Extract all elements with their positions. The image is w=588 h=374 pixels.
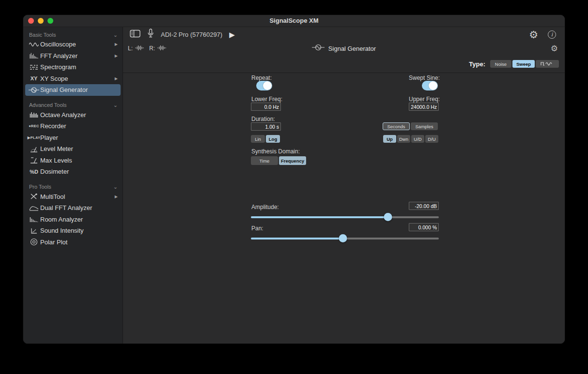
device-label[interactable]: ADI-2 Pro (57760297) — [161, 31, 222, 38]
dual-fft-analyzer-icon — [28, 205, 40, 211]
sound-intensity-icon — [28, 227, 40, 234]
settings-gears-icon[interactable]: ⚙ — [529, 30, 538, 40]
right-channel-signal-icon[interactable] — [157, 44, 167, 53]
oscilloscope-icon — [28, 41, 40, 48]
sweep-scale-segmented: Lin Log — [251, 135, 280, 143]
repeat-label: Repeat: — [251, 75, 272, 81]
sidebar-item-level-meter[interactable]: Level Meter — [25, 143, 121, 155]
signal-generator-icon — [312, 44, 325, 53]
scale-lin-button[interactable]: Lin — [251, 135, 265, 143]
duration-unit-segmented: Seconds Samples — [383, 122, 438, 130]
expand-arrow-icon[interactable]: ▶ — [115, 54, 118, 58]
direction-downup-button[interactable]: D/U — [425, 135, 438, 143]
signal-generator-panel: Repeat: Swept Sine: Lower Freq: Upper Fr… — [123, 73, 565, 344]
unit-seconds-button[interactable]: Seconds — [383, 122, 410, 130]
sidebar-item-spectrogram[interactable]: Spectrogram — [25, 61, 121, 73]
sidebar-item-max-levels[interactable]: Max Levels — [25, 155, 121, 166]
pan-slider[interactable] — [251, 234, 439, 242]
duration-field[interactable] — [251, 122, 281, 131]
start-button[interactable]: ▶ — [229, 31, 235, 38]
max-levels-icon — [28, 157, 40, 164]
direction-down-button[interactable]: Dwn — [397, 135, 410, 143]
sidebar: Basic Tools ⌄ Oscilloscope ▶ FFT Analyze… — [23, 27, 123, 344]
lower-freq-field[interactable] — [251, 103, 281, 111]
sidebar-item-label: MultiTool — [40, 193, 113, 200]
synthesis-time-button[interactable]: Time — [251, 156, 278, 165]
main-area: ADI-2 Pro (57760297) ▶ ⚙ i L: — [123, 27, 565, 344]
sidebar-item-label: Player — [40, 134, 118, 141]
info-icon[interactable]: i — [548, 30, 556, 39]
left-channel-signal-icon[interactable] — [135, 44, 144, 53]
expand-arrow-icon[interactable]: ▶ — [115, 76, 118, 81]
type-noise-button[interactable]: Noise — [490, 60, 511, 68]
sidebar-item-label: Dosimeter — [40, 168, 118, 175]
sidebar-section-pro-tools[interactable]: Pro Tools ⌄ — [23, 183, 123, 191]
sidebar-item-dosimeter[interactable]: %D Dosimeter — [25, 166, 121, 178]
amplitude-slider[interactable] — [251, 213, 439, 221]
room-analyzer-icon — [28, 216, 40, 223]
panel-header: Signal Generator — [123, 44, 565, 53]
dosimeter-icon: %D — [28, 169, 40, 175]
pan-field[interactable] — [409, 223, 439, 231]
sidebar-item-oscilloscope[interactable]: Oscilloscope ▶ — [25, 39, 121, 50]
level-meter-icon — [28, 146, 40, 152]
octave-analyzer-icon — [28, 111, 40, 118]
direction-updown-button[interactable]: U/D — [411, 135, 424, 143]
repeat-toggle[interactable] — [256, 81, 272, 90]
swept-sine-toggle[interactable] — [422, 81, 438, 90]
sidebar-item-multitool[interactable]: MultiTool ▶ — [25, 191, 121, 203]
sidebar-item-room-analyzer[interactable]: Room Analyzer — [25, 214, 121, 225]
chevron-down-icon[interactable]: ⌄ — [113, 103, 118, 107]
sidebar-section-advanced-tools[interactable]: Advanced Tools ⌄ — [23, 101, 123, 109]
type-bar: Type: Noise Sweep — [123, 55, 565, 73]
titlebar: SignalScope XM — [23, 15, 565, 27]
unit-samples-button[interactable]: Samples — [411, 122, 438, 130]
sidebar-item-recorder[interactable]: ●REC Recorder — [25, 120, 121, 132]
sidebar-item-label: Spectrogram — [40, 63, 118, 71]
type-label: Type: — [469, 60, 485, 68]
section-label: Pro Tools — [29, 184, 51, 190]
chevron-down-icon[interactable]: ⌄ — [113, 33, 118, 37]
sidebar-item-label: Dual FFT Analyzer — [40, 204, 118, 211]
amplitude-field[interactable] — [409, 202, 439, 210]
direction-up-button[interactable]: Up — [383, 135, 396, 143]
sidebar-item-player[interactable]: ▶PLAY Player — [25, 132, 121, 144]
section-label: Basic Tools — [29, 32, 56, 38]
expand-arrow-icon[interactable]: ▶ — [115, 194, 118, 199]
duration-label: Duration: — [251, 116, 275, 122]
channel-bar: L: R: Sig — [123, 42, 565, 55]
amplitude-label: Amplitude: — [251, 204, 279, 210]
play-icon: ▶PLAY — [28, 135, 40, 140]
synthesis-frequency-button[interactable]: Frequency — [279, 156, 306, 165]
sidebar-item-fft-analyzer[interactable]: FFT Analyzer ▶ — [25, 50, 121, 62]
fft-analyzer-icon — [28, 52, 40, 59]
right-channel[interactable]: R: — [149, 44, 167, 53]
type-sweep-button[interactable]: Sweep — [512, 60, 535, 68]
scale-log-button[interactable]: Log — [266, 135, 280, 143]
sidebar-toggle-button[interactable] — [130, 30, 140, 40]
expand-arrow-icon[interactable]: ▶ — [115, 42, 118, 46]
upper-freq-field[interactable] — [409, 103, 439, 111]
main-toolbar: ADI-2 Pro (57760297) ▶ ⚙ i — [123, 27, 565, 42]
sidebar-section-basic-tools[interactable]: Basic Tools ⌄ — [23, 30, 123, 39]
sidebar-item-octave-analyzer[interactable]: Octave Analyzer — [25, 109, 121, 121]
sidebar-item-label: Room Analyzer — [40, 216, 118, 223]
sidebar-item-label: Polar Plot — [40, 239, 118, 246]
sidebar-item-sound-intensity[interactable]: Sound Intensity — [25, 225, 121, 237]
left-channel[interactable]: L: — [128, 44, 144, 53]
synthesis-domain-label: Synthesis Domain: — [251, 148, 300, 155]
sidebar-item-label: XY Scope — [40, 75, 113, 82]
sidebar-item-dual-fft-analyzer[interactable]: Dual FFT Analyzer — [25, 202, 121, 214]
upper-freq-label: Upper Freq: — [409, 96, 440, 103]
synthesis-domain-segmented: Time Frequency — [251, 156, 306, 165]
sidebar-item-signal-generator[interactable]: Signal Generator — [25, 84, 121, 96]
input-device-icon[interactable] — [147, 29, 154, 40]
polar-plot-icon — [28, 238, 40, 246]
chevron-down-icon[interactable]: ⌄ — [113, 185, 118, 189]
type-tone-waveform-button[interactable] — [536, 60, 559, 68]
spectrogram-icon — [28, 64, 40, 71]
sidebar-item-polar-plot[interactable]: Polar Plot — [25, 237, 121, 248]
sidebar-item-xy-scope[interactable]: XY XY Scope ▶ — [25, 73, 121, 85]
pan-label: Pan: — [251, 225, 263, 232]
panel-settings-gear-icon[interactable]: ⚙ — [551, 45, 558, 53]
